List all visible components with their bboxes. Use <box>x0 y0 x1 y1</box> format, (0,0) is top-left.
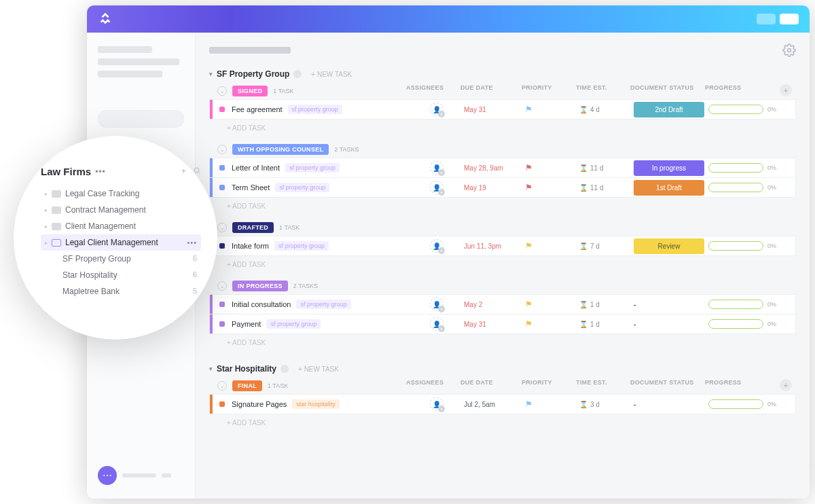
task-name[interactable]: Initial consultation <box>232 300 291 308</box>
progress-bar[interactable] <box>708 300 763 309</box>
task-tag[interactable]: sf property group <box>266 319 321 329</box>
priority-flag-icon[interactable]: ⚑ <box>525 319 532 329</box>
priority-flag-icon[interactable]: ⚑ <box>525 300 532 309</box>
doc-status[interactable]: - <box>634 401 636 408</box>
assignee-add-icon[interactable]: 👤 <box>430 317 443 331</box>
more-icon[interactable]: ••• <box>95 167 106 177</box>
task-row[interactable]: Letter of Intentsf property group👤May 28… <box>209 158 796 178</box>
add-task-button[interactable]: + ADD TASK <box>209 414 796 432</box>
new-task-button[interactable]: + NEW TASK <box>298 365 339 373</box>
section-title[interactable]: ▾SF Property Group+ NEW TASK <box>209 69 796 79</box>
progress-bar[interactable] <box>708 399 763 409</box>
col-due[interactable]: DUE DATE <box>460 84 522 96</box>
task-row[interactable]: Signature Pagesstar hospitality👤Jul 2, 5… <box>209 394 796 414</box>
col-priority[interactable]: PRIORITY <box>522 84 576 96</box>
due-date[interactable]: Jul 2, 5am <box>464 401 525 408</box>
settings-gear-icon[interactable] <box>782 43 796 57</box>
folder-item[interactable]: ▸Legal Client Management••• <box>41 234 201 251</box>
task-name[interactable]: Term Sheet <box>232 183 270 192</box>
more-icon[interactable]: ••• <box>187 238 197 247</box>
time-estimate[interactable]: ⌛1 d <box>579 301 634 308</box>
progress-bar[interactable] <box>708 105 763 114</box>
task-row[interactable]: Intake formsf property group👤Jun 11, 3pm… <box>209 236 796 256</box>
collapse-toggle[interactable]: ⌄ <box>217 223 227 232</box>
time-estimate[interactable]: ⌛3 d <box>579 401 634 408</box>
task-tag[interactable]: star hospitality <box>292 399 340 409</box>
col-assignees[interactable]: ASSIGNEES <box>406 84 460 96</box>
status-chip[interactable]: DRAFTED <box>232 222 274 233</box>
task-name[interactable]: Letter of Intent <box>232 164 280 172</box>
col-time[interactable]: TIME EST. <box>576 84 630 96</box>
folder-item[interactable]: ▸Legal Case Tracking <box>41 185 201 202</box>
progress-bar[interactable] <box>708 183 763 192</box>
due-date[interactable]: May 31 <box>464 106 525 113</box>
doc-status-chip[interactable]: 2nd Draft <box>634 102 704 118</box>
col-progress[interactable]: PROGRESS <box>705 379 773 391</box>
task-row[interactable]: Paymentsf property group👤May 31⚑⌛1 d-0% <box>209 314 796 334</box>
add-task-button[interactable]: + ADD TASK <box>209 255 796 274</box>
col-assignees[interactable]: ASSIGNEES <box>406 379 460 391</box>
status-chip[interactable]: WITH OPPOSING COUNSEL <box>232 144 329 155</box>
task-tag[interactable]: sf property group <box>274 241 329 251</box>
search-icon[interactable] <box>193 166 201 177</box>
add-task-button[interactable]: + ADD TASK <box>209 334 796 352</box>
sidebar-search-input[interactable] <box>98 110 184 128</box>
collapse-toggle[interactable]: ⌄ <box>217 86 227 96</box>
info-icon[interactable] <box>280 365 289 373</box>
chat-icon[interactable]: ⋯ <box>98 466 117 485</box>
folder-item[interactable]: ▸Client Management <box>41 218 201 234</box>
task-row[interactable]: Fee agreementsf property group👤May 31⚑⌛4… <box>209 99 796 120</box>
add-task-button[interactable]: + ADD TASK <box>209 119 796 137</box>
assignee-add-icon[interactable]: 👤 <box>430 103 443 116</box>
list-item[interactable]: Star Hospitality6 <box>58 267 201 283</box>
task-name[interactable]: Intake form <box>232 242 269 250</box>
due-date[interactable]: May 19 <box>464 184 525 192</box>
col-time[interactable]: TIME EST. <box>576 379 630 391</box>
task-tag[interactable]: sf property group <box>275 183 329 192</box>
priority-flag-icon[interactable]: ⚑ <box>525 105 532 114</box>
folder-item[interactable]: ▸Contract Management <box>41 202 201 218</box>
task-name[interactable]: Signature Pages <box>232 400 287 408</box>
collapse-toggle[interactable]: ⌄ <box>217 381 227 391</box>
task-tag[interactable]: sf property group <box>296 300 350 309</box>
doc-status-chip[interactable]: Review <box>634 238 704 254</box>
time-estimate[interactable]: ⌛11 d <box>579 184 634 192</box>
progress-bar[interactable] <box>708 241 763 251</box>
task-name[interactable]: Payment <box>232 320 261 328</box>
assignee-add-icon[interactable]: 👤 <box>430 397 443 411</box>
new-task-button[interactable]: + NEW TASK <box>311 71 352 78</box>
task-row[interactable]: Initial consultationsf property group👤Ma… <box>209 294 796 314</box>
task-tag[interactable]: sf property group <box>288 105 342 114</box>
collapse-toggle[interactable]: ⌄ <box>217 145 227 154</box>
progress-bar[interactable] <box>708 163 763 173</box>
add-icon[interactable]: + <box>181 166 186 177</box>
window-control-max[interactable] <box>780 14 799 24</box>
due-date[interactable]: Jun 11, 3pm <box>464 242 525 250</box>
task-row[interactable]: Term Sheetsf property group👤May 19⚑⌛11 d… <box>209 177 796 198</box>
col-priority[interactable]: PRIORITY <box>522 379 576 391</box>
col-due[interactable]: DUE DATE <box>460 379 522 391</box>
assignee-add-icon[interactable]: 👤 <box>430 239 443 253</box>
window-control-min[interactable] <box>757 14 776 24</box>
col-doc[interactable]: DOCUMENT STATUS <box>630 84 705 96</box>
status-chip[interactable]: SIGNED <box>232 86 268 96</box>
col-doc[interactable]: DOCUMENT STATUS <box>630 379 705 391</box>
list-item[interactable]: SF Property Group6 <box>58 251 201 267</box>
time-estimate[interactable]: ⌛1 d <box>579 321 634 328</box>
due-date[interactable]: May 31 <box>464 321 525 328</box>
assignee-add-icon[interactable]: 👤 <box>430 298 443 311</box>
add-column-button[interactable]: + <box>780 84 792 96</box>
list-item[interactable]: Mapletree Bank5 <box>58 283 201 300</box>
add-column-button[interactable]: + <box>780 379 792 391</box>
doc-status-chip[interactable]: 1st Draft <box>634 180 704 196</box>
task-name[interactable]: Fee agreement <box>232 105 283 113</box>
time-estimate[interactable]: ⌛4 d <box>579 106 634 113</box>
assignee-add-icon[interactable]: 👤 <box>430 161 443 175</box>
doc-status[interactable]: - <box>634 301 636 308</box>
status-chip[interactable]: IN PROGRESS <box>232 281 288 291</box>
priority-flag-icon[interactable]: ⚑ <box>525 183 532 192</box>
info-icon[interactable] <box>293 70 302 78</box>
doc-status[interactable]: - <box>634 321 636 328</box>
collapse-toggle[interactable]: ⌄ <box>217 281 227 291</box>
assignee-add-icon[interactable]: 👤 <box>430 181 443 194</box>
